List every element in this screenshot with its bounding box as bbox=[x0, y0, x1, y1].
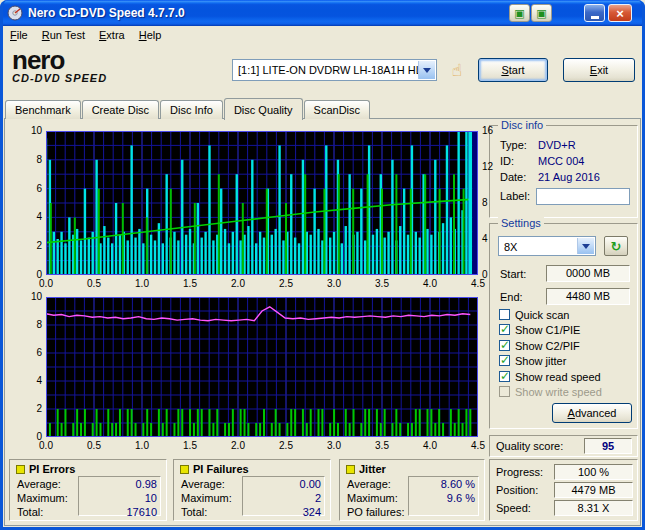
tab-strip: Benchmark Create Disc Disc Info Disc Qua… bbox=[5, 98, 371, 119]
checkbox-label: Show C1/PIE bbox=[515, 324, 580, 336]
stat-values: 8.60 % 9.6 % bbox=[408, 476, 479, 516]
tab-scandisc[interactable]: ScanDisc bbox=[304, 100, 370, 119]
start-button[interactable]: Start bbox=[478, 58, 548, 82]
tab-disc-info[interactable]: Disc Info bbox=[160, 100, 223, 119]
checkbox-box bbox=[499, 355, 510, 366]
jitter-stats: Jitter Average: Maximum: PO failures: 8.… bbox=[339, 459, 485, 521]
settings-group: Settings 8X ↻ Start: 0000 MB End: 4480 M… bbox=[489, 223, 638, 429]
checkbox-box bbox=[499, 309, 510, 320]
menu-help[interactable]: Help bbox=[132, 27, 169, 45]
axis-tick: 0 bbox=[24, 269, 42, 280]
axis-tick: 6 bbox=[24, 183, 42, 194]
disc-label-input[interactable] bbox=[536, 188, 630, 205]
axis-tick: 4 bbox=[24, 211, 42, 222]
green-window-icon: ▣ bbox=[514, 7, 524, 20]
close-button[interactable]: × bbox=[608, 4, 632, 22]
stat-label: Total: bbox=[17, 506, 43, 518]
drive-hand-button[interactable]: ☝ bbox=[443, 58, 471, 83]
checkbox-show-c2-pif[interactable]: Show C2/PIF bbox=[499, 339, 580, 352]
refresh-button[interactable]: ↻ bbox=[604, 236, 628, 256]
menu-file[interactable]: File bbox=[3, 27, 35, 45]
minimize-button[interactable] bbox=[584, 4, 605, 22]
status-group: Progress: 100 % Position: 4479 MB Speed:… bbox=[489, 459, 638, 521]
tab-benchmark[interactable]: Benchmark bbox=[5, 100, 81, 119]
end-position-field[interactable]: 4480 MB bbox=[546, 288, 630, 305]
checkbox-show-c1-pie[interactable]: Show C1/PIE bbox=[499, 323, 580, 336]
stat-value: 0.98 bbox=[82, 477, 157, 491]
tab-create-disc[interactable]: Create Disc bbox=[82, 100, 159, 119]
advanced-button[interactable]: Advanced bbox=[552, 403, 632, 423]
menu-extra[interactable]: Extra bbox=[92, 27, 132, 45]
axis-tick: 10 bbox=[24, 125, 42, 136]
checkbox-show-write-speed[interactable]: Show write speed bbox=[499, 385, 602, 398]
menu-run-test[interactable]: Run Test bbox=[35, 27, 92, 45]
panel-title-row: PI Errors bbox=[16, 463, 75, 475]
drive-selector-value: [1:1] LITE-ON DVDRW LH-18A1H HL05 bbox=[233, 60, 436, 80]
axis-tick: 3.5 bbox=[370, 278, 394, 289]
drive-selector[interactable]: [1:1] LITE-ON DVDRW LH-18A1H HL05 bbox=[232, 59, 437, 81]
panel-title-row: PI Failures bbox=[180, 463, 249, 475]
pi-errors-stats: PI Errors Average: Maximum: Total: 0.98 … bbox=[9, 459, 167, 521]
close-icon: × bbox=[616, 6, 624, 21]
speed-value: 8.31 X bbox=[554, 500, 633, 516]
pi-failures-jitter-chart bbox=[46, 297, 478, 437]
disc-info-group: Disc info Type: DVD+R ID: MCC 004 Date: … bbox=[489, 125, 638, 218]
field-label: ID: bbox=[500, 155, 514, 167]
field-label: Type: bbox=[500, 139, 527, 151]
app-icon bbox=[7, 5, 23, 21]
tab-disc-quality[interactable]: Disc Quality bbox=[224, 98, 303, 120]
checkbox-quick-scan[interactable]: Quick scan bbox=[499, 308, 569, 321]
stat-value bbox=[412, 505, 475, 519]
pi-failures-legend-swatch bbox=[180, 465, 189, 474]
axis-tick: 2.0 bbox=[226, 278, 250, 289]
checkbox-box bbox=[499, 386, 510, 397]
axis-tick: 3.0 bbox=[322, 278, 346, 289]
jitter-legend-swatch bbox=[346, 465, 355, 474]
stat-value: 17610 bbox=[82, 505, 157, 519]
app-window: Nero CD-DVD Speed 4.7.7.0 ▣ ▣ × File Run… bbox=[0, 0, 645, 530]
checkbox-box bbox=[499, 371, 510, 382]
group-legend: Settings bbox=[498, 217, 544, 229]
speed-label: Speed: bbox=[496, 502, 531, 514]
logo-text: nero bbox=[12, 48, 107, 72]
stat-value: 0.00 bbox=[246, 477, 321, 491]
progress-label: Progress: bbox=[496, 466, 543, 478]
axis-tick: 4.5 bbox=[466, 440, 490, 451]
checkbox-show-jitter[interactable]: Show jitter bbox=[499, 354, 566, 367]
quality-score-value: 95 bbox=[584, 438, 632, 454]
checkbox-box bbox=[499, 340, 510, 351]
chevron-down-icon bbox=[582, 244, 590, 249]
axis-tick: 4.0 bbox=[418, 440, 442, 451]
nero-logo: nero CD-DVD SPEED bbox=[12, 48, 107, 84]
titlebar-tool-button-1[interactable]: ▣ bbox=[509, 4, 530, 22]
disc-id-value: MCC 004 bbox=[538, 155, 584, 167]
dropdown-arrow-button[interactable] bbox=[418, 61, 435, 79]
progress-value: 100 % bbox=[554, 464, 633, 480]
position-label: Position: bbox=[496, 484, 538, 496]
axis-tick: 2 bbox=[24, 240, 42, 251]
stat-values: 0.00 2 324 bbox=[242, 476, 325, 516]
axis-tick: 8 bbox=[482, 197, 500, 208]
axis-tick: 4 bbox=[482, 233, 500, 244]
start-position-field[interactable]: 0000 MB bbox=[546, 265, 630, 282]
checkbox-label: Show read speed bbox=[515, 371, 601, 383]
checkbox-box bbox=[499, 324, 510, 335]
pi-errors-chart bbox=[46, 131, 478, 275]
axis-tick: 0.5 bbox=[82, 278, 106, 289]
speed-selector[interactable]: 8X bbox=[498, 236, 596, 256]
axis-tick: 8 bbox=[24, 154, 42, 165]
axis-tick: 2.0 bbox=[226, 440, 250, 451]
panel-title: Jitter bbox=[359, 463, 386, 475]
checkbox-label: Show write speed bbox=[515, 386, 602, 398]
green-window-icon: ▣ bbox=[536, 7, 546, 20]
checkbox-label: Quick scan bbox=[515, 309, 569, 321]
axis-tick: 8 bbox=[24, 319, 42, 330]
axis-tick: 1.5 bbox=[178, 278, 202, 289]
exit-button[interactable]: Exit bbox=[563, 58, 635, 82]
checkbox-show-read-speed[interactable]: Show read speed bbox=[499, 370, 601, 383]
dropdown-arrow-button[interactable] bbox=[577, 238, 594, 254]
titlebar-tool-button-2[interactable]: ▣ bbox=[531, 4, 552, 22]
axis-tick: 16 bbox=[482, 125, 500, 136]
title-bar[interactable]: Nero CD-DVD Speed 4.7.7.0 ▣ ▣ × bbox=[0, 0, 645, 26]
disc-quality-panel: PI Errors Average: Maximum: Total: 0.98 … bbox=[4, 118, 641, 526]
